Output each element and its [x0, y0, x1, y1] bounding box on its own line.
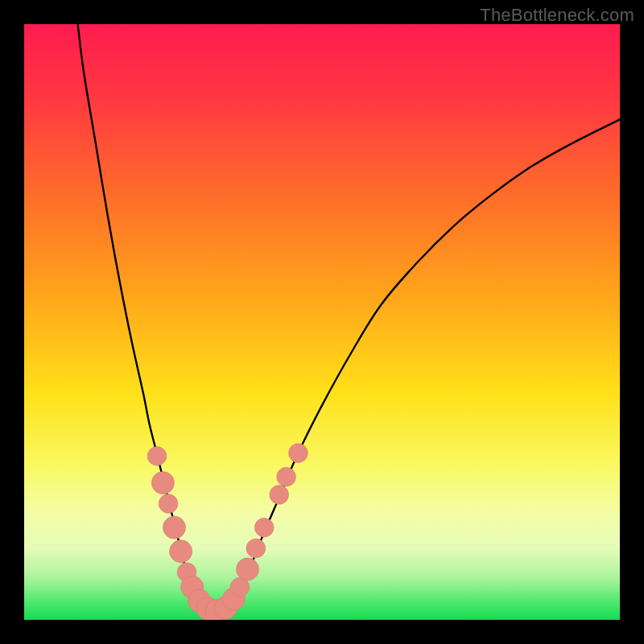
data-marker — [151, 472, 174, 494]
data-marker — [163, 516, 185, 539]
data-marker — [170, 540, 192, 563]
gradient-background — [24, 24, 620, 620]
data-marker — [159, 494, 178, 514]
chart-frame: TheBottleneck.com — [0, 0, 644, 644]
data-marker — [270, 485, 289, 505]
data-marker — [254, 518, 274, 537]
data-marker — [289, 444, 308, 463]
plot-svg — [24, 24, 620, 620]
data-marker — [277, 468, 296, 487]
data-marker — [236, 558, 258, 580]
watermark-text: TheBottleneck.com — [480, 5, 634, 26]
plot-area — [24, 24, 620, 620]
data-marker — [246, 539, 266, 558]
data-marker — [147, 447, 167, 466]
